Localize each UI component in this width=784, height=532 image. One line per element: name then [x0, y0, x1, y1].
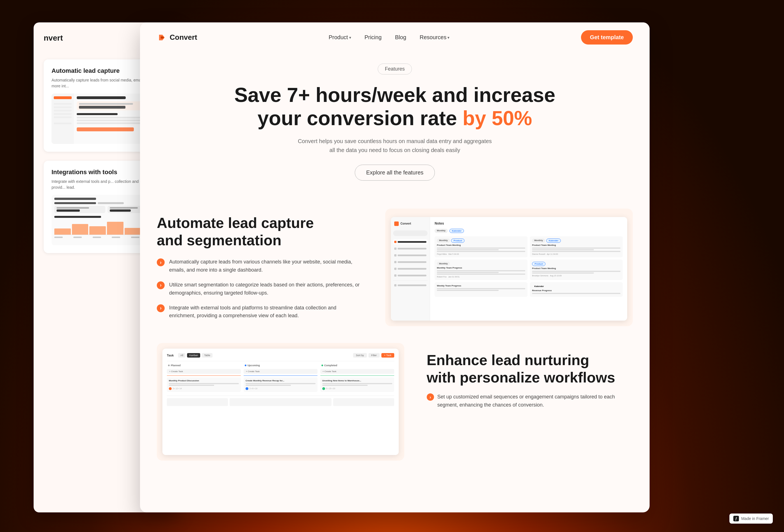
feature-point-1-text: Automatically capture leads from various… [169, 258, 363, 274]
feature-point-1-icon [157, 258, 165, 266]
logo[interactable]: Convert [157, 32, 197, 43]
feature-point-2: Utilize smart segmentation to categorize… [157, 281, 363, 297]
framer-icon: ƒ [733, 516, 739, 521]
hero-badge: Features [378, 63, 412, 75]
feature-enhance-description: Set up customized email sequences or eng… [427, 393, 633, 409]
feature-enhance-text: Enhance lead nurturing with personalize … [427, 343, 633, 409]
feature-automate-image: Convert [385, 208, 633, 326]
framer-label: Made in Framer [741, 516, 769, 521]
feature-point-2-icon [157, 281, 165, 289]
resources-chevron-icon: ▾ [447, 35, 449, 40]
feature-automate-title: Automate lead capture and segmentation [157, 214, 363, 249]
feature-automate-section: Automate lead capture and segmentation A… [140, 197, 650, 337]
logo-text: Convert [170, 33, 197, 42]
hero-section: Features Save 7+ hours/week and increase… [140, 52, 650, 197]
navbar: Convert Product ▾ Pricing Blog Resources… [140, 22, 650, 52]
nav-pricing[interactable]: Pricing [365, 34, 382, 40]
hero-subtitle: Convert helps you save countless hours o… [297, 137, 493, 155]
get-template-button[interactable]: Get template [581, 30, 633, 45]
logo-icon [157, 32, 167, 43]
nav-resources[interactable]: Resources ▾ [420, 34, 450, 40]
feature-task-image: Task All Kanban Table Sort by Filter + T… [157, 343, 404, 460]
nav-product[interactable]: Product ▾ [329, 34, 351, 40]
explore-features-button[interactable]: Explore all the features [355, 165, 435, 180]
feature-enhance-section: Task All Kanban Table Sort by Filter + T… [140, 337, 650, 472]
feature-automate-points: Automatically capture leads from various… [157, 258, 363, 320]
notes-mockup: Convert [391, 217, 627, 320]
feature-point-1: Automatically capture leads from various… [157, 258, 363, 274]
hero-title: Save 7+ hours/week and increase your con… [157, 83, 633, 130]
enhance-point-icon [427, 393, 434, 401]
nav-blog[interactable]: Blog [395, 34, 406, 40]
feature-point-3-text: Integrate with external tools and platfo… [169, 304, 363, 320]
nav-links: Product ▾ Pricing Blog Resources ▾ [329, 34, 450, 40]
product-chevron-icon: ▾ [349, 35, 351, 40]
feature-point-3-icon [157, 304, 165, 312]
feature-point-2-text: Utilize smart segmentation to categorize… [169, 281, 363, 297]
feature-automate-text: Automate lead capture and segmentation A… [157, 208, 363, 320]
framer-badge[interactable]: ƒ Made in Framer [729, 513, 773, 524]
main-card: Convert Product ▾ Pricing Blog Resources… [140, 22, 650, 512]
feature-enhance-title: Enhance lead nurturing with personalize … [427, 352, 633, 386]
feature-point-3: Integrate with external tools and platfo… [157, 304, 363, 320]
